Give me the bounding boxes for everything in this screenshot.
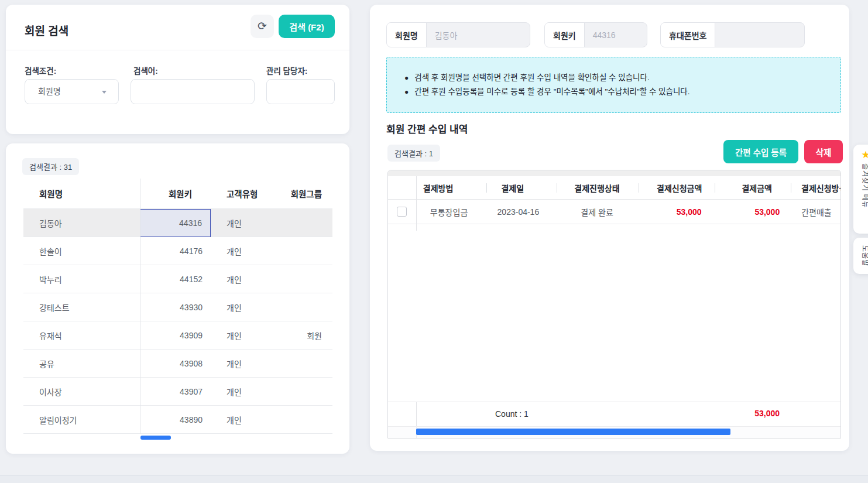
header-divider: [715, 183, 715, 193]
income-table: 결제방법 결제일 결제진행상태 결제신청금액 결제금액 결제신청방식 무통장입금…: [387, 170, 841, 439]
member-key-cell[interactable]: 44152: [140, 265, 211, 293]
member-row[interactable]: 공유43908개인: [23, 350, 332, 378]
payment-method-cell: 무통장입금: [416, 206, 486, 218]
row-checkbox-cell: [388, 207, 416, 217]
payment-date-cell: 2023-04-16: [486, 207, 557, 217]
col-header-method: 결제방법: [416, 182, 486, 194]
member-phone-field-group: 휴대폰번호: [660, 22, 805, 47]
member-name-cell[interactable]: 박누리: [23, 273, 140, 285]
bottom-strip: [0, 475, 868, 483]
member-name-cell[interactable]: 김동아: [23, 217, 140, 229]
member-type-cell[interactable]: 개인: [211, 358, 275, 369]
column-divider: [140, 179, 140, 434]
member-name-cell[interactable]: 이사장: [23, 386, 140, 398]
header-divider: [557, 183, 557, 193]
col-header-type: 고객유형: [211, 187, 275, 200]
condition-select[interactable]: 회원명: [25, 79, 119, 104]
sidebar-tab-help[interactable]: 도움말: [853, 238, 868, 274]
member-type-cell[interactable]: 개인: [211, 273, 275, 285]
table-top-strip: [388, 170, 840, 176]
income-section-title: 회원 간편 수입 내역: [386, 121, 468, 136]
member-group-cell[interactable]: 회원: [275, 330, 332, 341]
payment-amount-cell: 53,000: [714, 207, 790, 217]
footer-count: Count : 1: [495, 409, 529, 419]
member-table: 회원명 회원키 고객유형 회원그룹 김동아개인44316한솔이44176개인박누…: [23, 179, 332, 434]
chevron-down-icon: [102, 91, 107, 94]
header-divider: [791, 183, 791, 193]
keyword-label: 검색어:: [133, 64, 158, 76]
sidebar-tab-favorites[interactable]: ★ 즐겨찾기 메뉴: [853, 145, 868, 234]
member-key-field-group: 회원키 44316: [544, 22, 647, 47]
member-type-cell[interactable]: 개인: [211, 217, 275, 229]
col-header-key: 회원키: [140, 179, 211, 208]
member-phone-value[interactable]: [715, 23, 804, 47]
refresh-icon: ⟳: [258, 20, 267, 32]
member-key-cell[interactable]: 43890: [140, 406, 211, 433]
income-table-body: 무통장입금2023-04-16결제 완료53,00053,000간편매출: [388, 200, 840, 224]
col-header-status: 결제진행상태: [556, 182, 638, 194]
member-name-cell[interactable]: 알림이정기: [23, 414, 140, 426]
register-income-button[interactable]: 간편 수입 등록: [723, 140, 798, 163]
member-income-panel: 회원명 김동아 회원키 44316 휴대폰번호 ●검색 후 회원명을 선택하면 …: [370, 5, 849, 451]
member-table-body: 김동아개인44316한솔이44176개인박누리44152개인걍테스트43930개…: [23, 209, 332, 434]
col-header-requested: 결제신청금액: [638, 182, 714, 194]
member-row[interactable]: 한솔이44176개인: [23, 237, 332, 265]
member-name-cell[interactable]: 공유: [23, 358, 140, 369]
member-key-cell[interactable]: 43907: [140, 378, 211, 405]
member-row[interactable]: 박누리44152개인: [23, 265, 332, 293]
checkbox-column-divider: [416, 402, 417, 427]
member-name-field-group: 회원명 김동아: [386, 22, 530, 47]
condition-label: 검색조건:: [25, 64, 56, 76]
member-type-cell[interactable]: 개인: [211, 330, 275, 341]
income-table-header: 결제방법 결제일 결제진행상태 결제신청금액 결제금액 결제신청방식: [388, 176, 840, 200]
income-row[interactable]: 무통장입금2023-04-16결제 완료53,00053,000간편매출: [388, 200, 840, 224]
favorites-tab-label: 즐겨찾기 메뉴: [861, 163, 868, 208]
member-results-card: 검색결과 : 31 회원명 회원키 고객유형 회원그룹 김동아개인44316한솔…: [6, 143, 349, 454]
header-divider: [639, 183, 639, 193]
delete-button[interactable]: 삭제: [804, 140, 843, 163]
member-phone-label: 휴대폰번호: [661, 23, 715, 47]
income-table-empty-area: [388, 224, 840, 402]
row-checkbox[interactable]: [397, 207, 407, 217]
member-row[interactable]: 알림이정기43890개인: [23, 406, 332, 434]
income-count-badge: 검색결과 : 1: [387, 145, 440, 162]
member-key-cell[interactable]: 43930: [140, 293, 211, 321]
member-key-value[interactable]: 44316: [585, 23, 647, 47]
member-row[interactable]: 걍테스트43930개인: [23, 293, 332, 321]
member-key-cell[interactable]: 43909: [140, 321, 211, 349]
member-search-card: 회원 검색 ⟳ 검색 (F2) 검색조건: 검색어: 관리 담당자: 회원명: [6, 5, 349, 134]
member-key-cell[interactable]: 43908: [140, 350, 211, 377]
horizontal-scrollbar-track[interactable]: [388, 426, 840, 438]
member-type-cell[interactable]: 개인: [211, 245, 275, 257]
col-header-group: 회원그룹: [275, 187, 332, 200]
manager-input[interactable]: [266, 79, 335, 104]
refresh-button[interactable]: ⟳: [251, 15, 274, 38]
member-key-cell[interactable]: 44176: [140, 237, 211, 265]
col-header-amount: 결제금액: [713, 182, 790, 194]
member-row[interactable]: 김동아개인44316: [23, 209, 332, 237]
help-tab-label: 도움말: [861, 245, 868, 266]
horizontal-scrollbar-thumb[interactable]: [140, 436, 171, 440]
member-type-cell[interactable]: 개인: [211, 386, 275, 398]
horizontal-scrollbar-thumb[interactable]: [416, 429, 730, 435]
member-key-cell-selected[interactable]: 44316: [140, 209, 211, 237]
result-count-badge: 검색결과 : 31: [22, 158, 79, 175]
member-table-header: 회원명 회원키 고객유형 회원그룹: [23, 179, 332, 209]
star-icon: ★: [861, 149, 868, 161]
member-name-cell[interactable]: 한솔이: [23, 245, 140, 257]
payment-status-cell: 결제 완료: [556, 206, 638, 218]
keyword-input[interactable]: [131, 79, 255, 104]
search-button[interactable]: 검색 (F2): [279, 15, 335, 38]
header-divider: [486, 183, 487, 193]
page-title: 회원 검색: [25, 22, 68, 38]
member-type-cell[interactable]: 개인: [211, 414, 275, 426]
member-type-cell[interactable]: 개인: [211, 302, 275, 313]
member-name-value[interactable]: 김동아: [427, 23, 530, 47]
footer-total: 53,000: [754, 409, 780, 418]
member-name-cell[interactable]: 걍테스트: [23, 302, 140, 313]
bullet-icon: ●: [404, 74, 409, 82]
col-header-name: 회원명: [23, 187, 140, 200]
member-row[interactable]: 이사장43907개인: [23, 378, 332, 406]
member-name-cell[interactable]: 유재석: [23, 330, 140, 341]
member-row[interactable]: 유재석43909개인회원: [23, 321, 332, 350]
